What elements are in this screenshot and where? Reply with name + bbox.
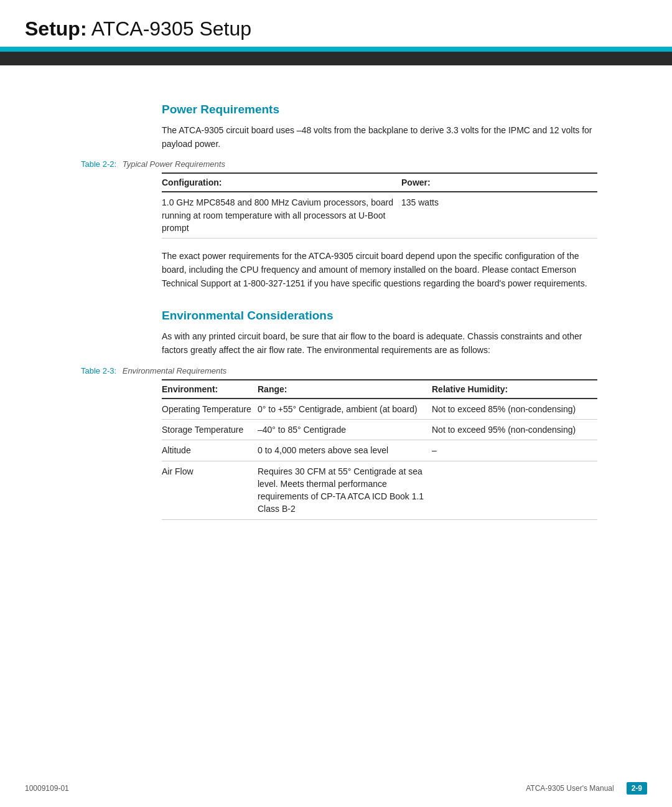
power-intro-text: The ATCA-9305 circuit board uses –48 vol…	[162, 124, 597, 151]
env-intro-text: As with any printed circuit board, be su…	[162, 330, 597, 357]
main-content: Power Requirements The ATCA-9305 circuit…	[0, 65, 672, 569]
environmental-heading: Environmental Considerations	[162, 309, 647, 323]
footer-page-number: 2-9	[627, 782, 647, 795]
power-table-caption: Table 2-2: Typical Power Requirements	[81, 159, 647, 169]
env-row-environment: Storage Temperature	[162, 420, 258, 440]
footer-right: ATCA-9305 User's Manual 2-9	[526, 782, 647, 795]
env-col-environment: Environment:	[162, 380, 258, 399]
table-row: Operating Temperature0° to +55° Centigra…	[162, 399, 597, 420]
dark-bar	[0, 52, 672, 65]
power-col-config: Configuration:	[162, 173, 401, 192]
env-row-humidity: –	[432, 440, 597, 461]
env-row-environment: Air Flow	[162, 461, 258, 519]
table-row: Storage Temperature–40° to 85° Centigrad…	[162, 420, 597, 440]
env-row-range: –40° to 85° Centigrade	[258, 420, 432, 440]
power-table-header-row: Configuration: Power:	[162, 173, 597, 192]
env-table-caption-title: Environmental Requirements	[123, 366, 227, 375]
power-requirements-section: Power Requirements The ATCA-9305 circuit…	[162, 103, 647, 290]
power-row-config: 1.0 GHz MPC8548 and 800 MHz Cavium proce…	[162, 192, 401, 238]
env-row-environment: Altitude	[162, 440, 258, 461]
env-row-range: 0° to +55° Centigrade, ambient (at board…	[258, 399, 432, 420]
power-col-power: Power:	[401, 173, 597, 192]
env-row-humidity: Not to exceed 85% (non-condensing)	[432, 399, 597, 420]
env-row-range: Requires 30 CFM at 55° Centigrade at sea…	[258, 461, 432, 519]
table-row: Air FlowRequires 30 CFM at 55° Centigrad…	[162, 461, 597, 519]
power-table-caption-label: Table 2-2:	[81, 159, 116, 169]
power-table-caption-title: Typical Power Requirements	[123, 159, 225, 169]
environmental-section: Environmental Considerations As with any…	[162, 309, 647, 519]
env-row-range: 0 to 4,000 meters above sea level	[258, 440, 432, 461]
page-header: Setup: ATCA-9305 Setup	[0, 0, 672, 47]
page-footer: 10009109-01 ATCA-9305 User's Manual 2-9	[0, 782, 672, 795]
footer-part-number: 10009109-01	[25, 784, 69, 793]
env-row-humidity: Not to exceed 95% (non-condensing)	[432, 420, 597, 440]
power-requirements-heading: Power Requirements	[162, 103, 647, 116]
footer-manual-title: ATCA-9305 User's Manual	[526, 784, 614, 793]
table-row: 1.0 GHz MPC8548 and 800 MHz Cavium proce…	[162, 192, 597, 238]
env-row-humidity	[432, 461, 597, 519]
power-detail-text: The exact power requirements for the ATC…	[162, 250, 597, 290]
env-table-caption-label: Table 2-3:	[81, 366, 116, 375]
page-title: Setup: ATCA-9305 Setup	[25, 17, 647, 40]
env-table-header-row: Environment: Range: Relative Humidity:	[162, 380, 597, 399]
power-table: Configuration: Power: 1.0 GHz MPC8548 an…	[162, 172, 597, 238]
cyan-bar	[0, 47, 672, 52]
table-row: Altitude0 to 4,000 meters above sea leve…	[162, 440, 597, 461]
env-col-humidity: Relative Humidity:	[432, 380, 597, 399]
power-row-power: 135 watts	[401, 192, 597, 238]
env-table-caption: Table 2-3: Environmental Requirements	[81, 366, 647, 375]
env-row-environment: Operating Temperature	[162, 399, 258, 420]
env-col-range: Range:	[258, 380, 432, 399]
env-table: Environment: Range: Relative Humidity: O…	[162, 379, 597, 520]
